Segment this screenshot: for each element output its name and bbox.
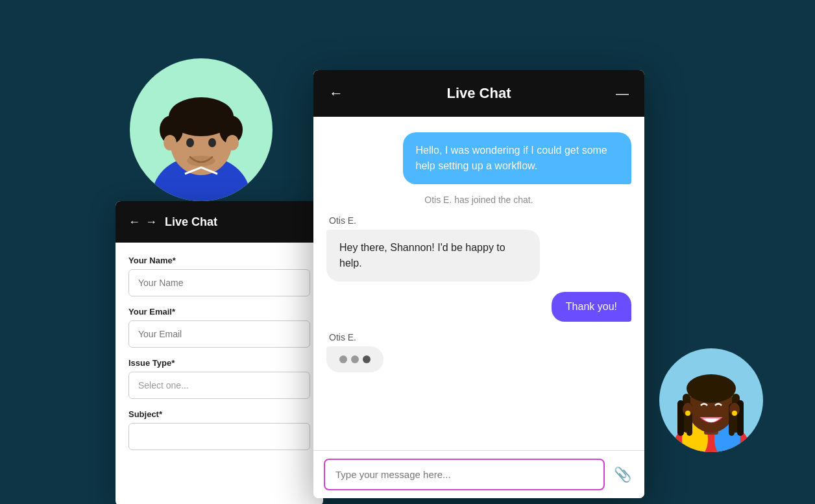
attach-button[interactable]: 📎 — [611, 464, 634, 486]
svg-point-8 — [226, 135, 239, 150]
chat-header-title: Live Chat — [446, 85, 511, 102]
agent-name-typing: Otis E. — [326, 332, 631, 342]
message-user-1: Hello, I was wondering if I could get so… — [403, 132, 632, 184]
message-agent-1: Hey there, Shannon! I'd be happy to help… — [326, 230, 540, 282]
issue-label: Issue Type* — [128, 358, 310, 368]
svg-point-23 — [687, 374, 736, 403]
name-label: Your Name* — [128, 256, 310, 265]
message-agent-typing-container: Otis E. — [326, 332, 631, 372]
subject-field-group: Subject* — [128, 409, 310, 450]
email-field-group: Your Email* — [128, 307, 310, 348]
form-title: Live Chat — [165, 215, 217, 229]
svg-rect-21 — [677, 400, 684, 436]
svg-point-6 — [171, 99, 231, 125]
svg-point-26 — [685, 411, 690, 416]
message-agent-1-container: Otis E. Hey there, Shannon! I'd be happy… — [326, 215, 631, 282]
svg-point-11 — [187, 156, 215, 166]
svg-point-7 — [164, 135, 176, 150]
svg-point-10 — [208, 138, 216, 147]
form-panel: ← → Live Chat Your Name* Your Email* Iss… — [116, 201, 323, 504]
name-field-group: Your Name* — [128, 256, 310, 296]
back-arrow-icon[interactable]: ← — [128, 215, 140, 229]
email-input[interactable] — [128, 320, 310, 348]
chat-input-area: 📎 — [313, 450, 644, 498]
message-user-reply: Thank you! — [552, 292, 631, 322]
chat-header: ← Live Chat — — [313, 70, 644, 117]
form-header: ← → Live Chat — [116, 201, 323, 243]
svg-point-9 — [186, 138, 194, 147]
typing-dot-2 — [351, 355, 359, 363]
chat-panel: ← Live Chat — Hello, I was wondering if … — [313, 70, 644, 498]
typing-dot-1 — [339, 355, 347, 363]
agent-name-1: Otis E. — [326, 215, 631, 226]
form-nav-arrows[interactable]: ← → — [128, 215, 157, 229]
issue-select[interactable]: Select one... — [128, 372, 310, 399]
issue-field-group: Issue Type* Select one... — [128, 358, 310, 399]
typing-dot-3 — [363, 355, 371, 363]
form-body: Your Name* Your Email* Issue Type* Selec… — [116, 243, 323, 463]
svg-point-27 — [732, 411, 737, 416]
email-label: Your Email* — [128, 307, 310, 317]
minimize-button[interactable]: — — [616, 86, 629, 101]
chat-back-button[interactable]: ← — [329, 85, 343, 102]
message-system-1: Otis E. has joined the chat. — [326, 195, 631, 205]
chat-header-left: ← — [329, 85, 343, 102]
subject-input[interactable] — [128, 423, 310, 450]
forward-arrow-icon[interactable]: → — [145, 215, 157, 229]
avatar-male — [130, 58, 273, 201]
subject-label: Subject* — [128, 409, 310, 419]
avatar-female — [659, 348, 763, 452]
name-input[interactable] — [128, 269, 310, 296]
chat-message-input[interactable] — [324, 459, 605, 490]
chat-messages: Hello, I was wondering if I could get so… — [313, 117, 644, 450]
typing-indicator — [326, 346, 383, 372]
